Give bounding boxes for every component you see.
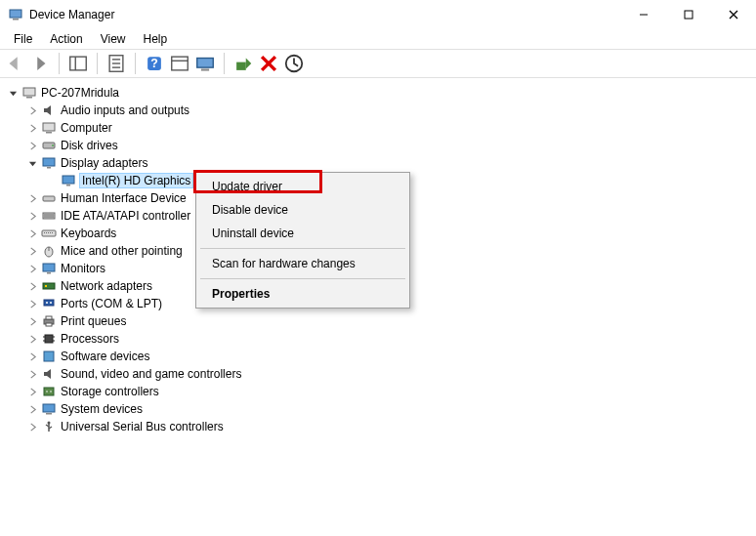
system-icon xyxy=(41,401,57,417)
disk-icon xyxy=(41,138,57,153)
toolbar-separator xyxy=(97,53,98,74)
show-hide-tree-button[interactable] xyxy=(67,53,89,74)
chevron-right-icon[interactable] xyxy=(25,191,39,205)
help-button[interactable]: ? xyxy=(144,53,165,74)
menu-file[interactable]: File xyxy=(6,30,40,48)
tree-item-display[interactable]: Display adapters xyxy=(23,154,752,172)
properties-button[interactable] xyxy=(105,53,127,74)
context-uninstall-device[interactable]: Uninstall device xyxy=(198,222,407,245)
uninstall-button[interactable] xyxy=(258,53,279,74)
tree-item-processors[interactable]: Processors xyxy=(23,330,752,348)
tree-root-label: PC-207Mridula xyxy=(41,86,119,100)
tree-item-sound[interactable]: Sound, video and game controllers xyxy=(23,365,752,383)
chevron-right-icon[interactable] xyxy=(25,209,39,223)
chevron-right-icon[interactable] xyxy=(25,103,39,117)
context-separator xyxy=(200,248,405,249)
chevron-right-icon[interactable] xyxy=(25,139,39,152)
svg-rect-46 xyxy=(43,283,55,289)
svg-rect-22 xyxy=(23,88,35,96)
svg-rect-45 xyxy=(47,272,51,274)
back-button[interactable] xyxy=(4,53,25,74)
chevron-right-icon[interactable] xyxy=(25,314,39,328)
context-disable-device[interactable]: Disable device xyxy=(198,198,407,222)
svg-rect-54 xyxy=(45,335,53,343)
action-button[interactable] xyxy=(169,53,190,74)
svg-rect-53 xyxy=(46,323,52,326)
printer-icon xyxy=(41,313,57,329)
tree-item-storage[interactable]: Storage controllers xyxy=(23,383,752,400)
chevron-right-icon[interactable] xyxy=(25,350,39,363)
chevron-down-icon[interactable] xyxy=(6,86,20,100)
tree-item-computer[interactable]: Computer xyxy=(23,119,752,137)
chevron-right-icon[interactable] xyxy=(25,420,39,433)
svg-rect-60 xyxy=(44,388,54,395)
update-button[interactable] xyxy=(283,53,305,74)
svg-rect-28 xyxy=(43,158,55,166)
tree-item-label: System devices xyxy=(61,402,143,416)
tree-item-label: Keyboards xyxy=(61,227,116,240)
port-icon xyxy=(41,296,57,311)
chevron-right-icon[interactable] xyxy=(25,121,39,135)
display-icon xyxy=(61,173,76,188)
svg-rect-18 xyxy=(236,62,246,70)
svg-point-49 xyxy=(46,302,48,304)
tree-item-label: Print queues xyxy=(61,314,126,328)
tree-item-label: Software devices xyxy=(61,350,149,363)
svg-rect-52 xyxy=(46,316,52,319)
menu-action[interactable]: Action xyxy=(42,30,90,48)
computer-icon xyxy=(41,120,57,136)
toolbar-separator xyxy=(59,53,60,74)
tree-item-system[interactable]: System devices xyxy=(23,400,752,418)
close-button[interactable] xyxy=(711,0,756,29)
maximize-button[interactable] xyxy=(666,0,711,29)
tree-item-print[interactable]: Print queues xyxy=(23,312,752,330)
context-properties[interactable]: Properties xyxy=(198,282,407,306)
context-update-driver[interactable]: Update driver xyxy=(198,175,407,198)
chevron-right-icon[interactable] xyxy=(25,279,39,293)
svg-point-50 xyxy=(50,302,52,304)
chevron-right-icon[interactable] xyxy=(25,262,39,275)
svg-rect-64 xyxy=(46,413,52,415)
tree-item-label: Storage controllers xyxy=(61,385,159,398)
chevron-right-icon[interactable] xyxy=(25,227,39,240)
enable-button[interactable] xyxy=(232,53,254,74)
tree-item-label: Display adapters xyxy=(61,156,147,170)
tree-item-label: Monitors xyxy=(61,262,105,275)
menu-help[interactable]: Help xyxy=(136,30,176,48)
chevron-right-icon[interactable] xyxy=(25,332,39,346)
svg-rect-32 xyxy=(43,196,55,201)
display-icon xyxy=(41,155,57,171)
svg-rect-16 xyxy=(197,59,214,68)
chevron-right-icon[interactable] xyxy=(25,367,39,381)
tree-item-disk[interactable]: Disk drives xyxy=(23,137,752,154)
arrow-spacer xyxy=(45,174,59,187)
minimize-button[interactable] xyxy=(621,0,666,29)
svg-rect-29 xyxy=(47,167,51,169)
forward-button[interactable] xyxy=(29,53,51,74)
tree-item-label: Ports (COM & LPT) xyxy=(61,297,162,310)
usb-icon xyxy=(41,419,57,434)
svg-rect-63 xyxy=(43,404,55,412)
svg-rect-23 xyxy=(26,97,32,99)
svg-rect-30 xyxy=(63,176,74,184)
tree-root[interactable]: PC-207Mridula xyxy=(4,84,752,102)
svg-rect-59 xyxy=(44,351,54,361)
svg-text:?: ? xyxy=(150,57,158,70)
tree-item-software[interactable]: Software devices xyxy=(23,348,752,365)
tree-item-usb[interactable]: Universal Serial Bus controllers xyxy=(23,418,752,435)
chevron-down-icon[interactable] xyxy=(25,156,39,170)
toolbar-separator xyxy=(135,53,136,74)
svg-rect-47 xyxy=(45,285,47,287)
scan-button[interactable] xyxy=(194,53,216,74)
context-scan-hardware[interactable]: Scan for hardware changes xyxy=(198,252,407,275)
chevron-right-icon[interactable] xyxy=(25,297,39,310)
menu-view[interactable]: View xyxy=(93,30,134,48)
chevron-right-icon[interactable] xyxy=(25,402,39,416)
tree-item-label: Disk drives xyxy=(61,139,118,152)
chevron-right-icon[interactable] xyxy=(25,244,39,258)
tree-item-audio[interactable]: Audio inputs and outputs xyxy=(23,102,752,119)
titlebar: Device Manager xyxy=(0,0,756,29)
svg-rect-24 xyxy=(43,123,55,131)
chevron-right-icon[interactable] xyxy=(25,385,39,398)
software-icon xyxy=(41,349,57,364)
